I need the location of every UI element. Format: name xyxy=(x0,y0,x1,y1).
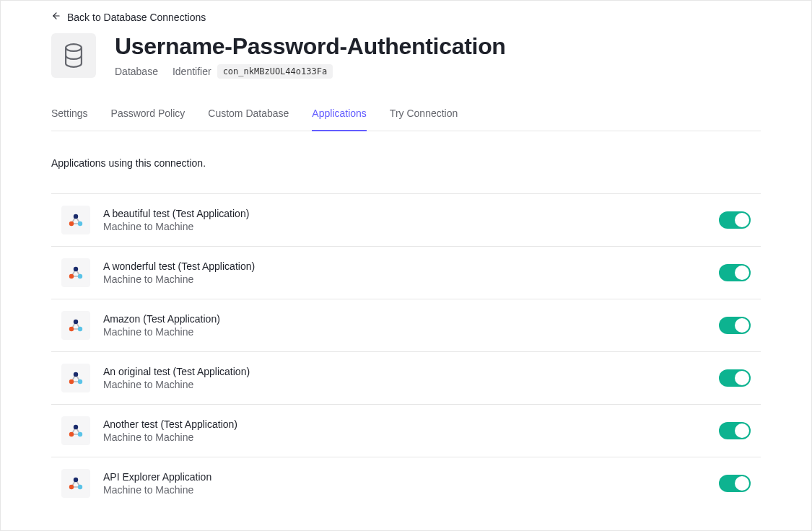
tab-applications[interactable]: Applications xyxy=(312,107,367,131)
toggle-knob xyxy=(735,371,749,385)
application-type: Machine to Machine xyxy=(103,326,706,338)
tab-custom-database[interactable]: Custom Database xyxy=(208,107,289,131)
svg-point-31 xyxy=(78,432,82,436)
svg-point-25 xyxy=(78,379,82,384)
application-toggle[interactable] xyxy=(719,369,751,387)
svg-point-37 xyxy=(78,485,82,489)
application-info: Amazon (Test Application)Machine to Mach… xyxy=(103,313,706,338)
application-row: An original test (Test Application)Machi… xyxy=(51,352,761,405)
toggle-knob xyxy=(735,213,749,227)
application-type: Machine to Machine xyxy=(103,431,706,443)
svg-point-17 xyxy=(74,320,78,324)
application-icon xyxy=(61,206,90,234)
toggle-knob xyxy=(735,266,749,280)
application-icon xyxy=(61,364,90,392)
application-name: API Explorer Application xyxy=(103,471,706,483)
application-icon xyxy=(61,469,90,498)
page-title: Username-Password-Authentication xyxy=(115,33,506,60)
tab-try-connection[interactable]: Try Connection xyxy=(390,107,458,131)
connection-type-label: Database xyxy=(115,66,158,77)
application-row: A wonderful test (Test Application)Machi… xyxy=(51,247,761,299)
toggle-knob xyxy=(735,476,749,491)
svg-point-29 xyxy=(74,425,78,429)
application-info: A beautiful test (Test Application)Machi… xyxy=(103,208,706,232)
svg-point-11 xyxy=(74,267,78,271)
application-row: API Explorer ApplicationMachine to Machi… xyxy=(51,457,761,509)
application-toggle[interactable] xyxy=(719,264,751,281)
svg-point-35 xyxy=(74,478,78,482)
toggle-knob xyxy=(735,318,749,333)
application-type: Machine to Machine xyxy=(103,484,706,496)
application-row: Amazon (Test Application)Machine to Mach… xyxy=(51,299,761,352)
application-info: API Explorer ApplicationMachine to Machi… xyxy=(103,471,706,496)
svg-point-5 xyxy=(74,214,78,219)
page-header: Username-Password-Authentication Databas… xyxy=(51,33,761,79)
application-row: Another test (Test Application)Machine t… xyxy=(51,405,761,457)
tab-password-policy[interactable]: Password Policy xyxy=(111,107,185,131)
application-name: Amazon (Test Application) xyxy=(103,313,706,325)
tab-settings[interactable]: Settings xyxy=(51,107,88,131)
tab-bar: SettingsPassword PolicyCustom DatabaseAp… xyxy=(51,107,761,131)
application-icon xyxy=(61,311,90,340)
svg-point-23 xyxy=(74,372,78,377)
application-toggle[interactable] xyxy=(719,211,751,229)
application-type: Machine to Machine xyxy=(103,221,706,232)
application-info: Another test (Test Application)Machine t… xyxy=(103,418,706,443)
svg-point-18 xyxy=(69,327,74,331)
application-info: A wonderful test (Test Application)Machi… xyxy=(103,260,706,285)
arrow-left-icon xyxy=(51,11,61,23)
svg-point-7 xyxy=(78,221,82,226)
back-link-label: Back to Database Connections xyxy=(67,12,206,23)
svg-point-1 xyxy=(66,44,82,51)
application-toggle[interactable] xyxy=(719,422,751,439)
application-type: Machine to Machine xyxy=(103,273,706,285)
section-description: Applications using this connection. xyxy=(51,157,761,169)
svg-point-12 xyxy=(69,274,74,278)
application-name: A wonderful test (Test Application) xyxy=(103,260,706,272)
application-name: An original test (Test Application) xyxy=(103,366,706,377)
application-name: Another test (Test Application) xyxy=(103,418,706,430)
application-info: An original test (Test Application)Machi… xyxy=(103,366,706,390)
application-icon xyxy=(61,258,90,287)
applications-list: A beautiful test (Test Application)Machi… xyxy=(51,193,761,509)
application-toggle[interactable] xyxy=(719,475,751,492)
identifier-value[interactable]: con_nkMBzUOL44o133Fa xyxy=(217,64,333,79)
back-link[interactable]: Back to Database Connections xyxy=(51,11,206,23)
application-type: Machine to Machine xyxy=(103,379,706,390)
svg-point-13 xyxy=(78,274,82,278)
application-toggle[interactable] xyxy=(719,317,751,334)
application-row: A beautiful test (Test Application)Machi… xyxy=(51,194,761,247)
svg-point-30 xyxy=(69,432,74,436)
identifier-label: Identifier xyxy=(173,66,211,77)
toggle-knob xyxy=(735,424,749,438)
application-name: A beautiful test (Test Application) xyxy=(103,208,706,219)
application-icon xyxy=(61,416,90,445)
database-icon xyxy=(51,33,96,78)
svg-point-36 xyxy=(69,485,74,489)
svg-point-19 xyxy=(78,327,82,331)
svg-point-6 xyxy=(69,221,74,226)
svg-point-24 xyxy=(69,379,74,384)
